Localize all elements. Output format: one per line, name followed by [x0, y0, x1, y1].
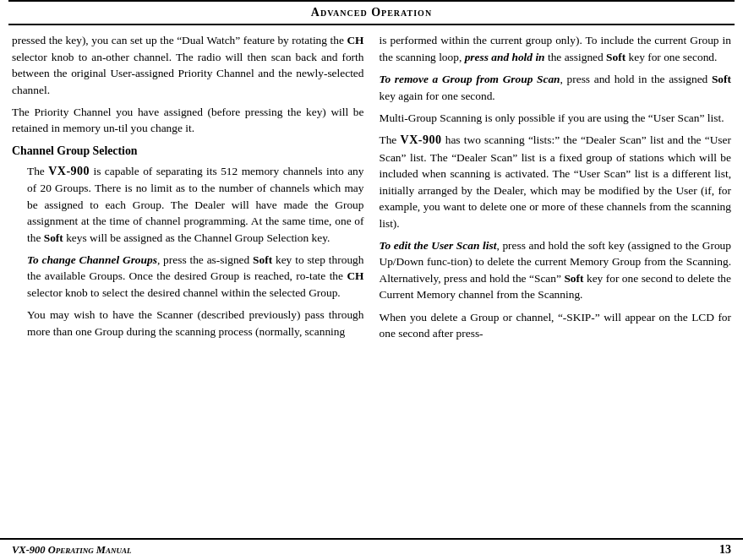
edit-user-scan-para: To edit the User Scan list, press and ho…: [380, 237, 732, 303]
footer-page-number: 13: [719, 541, 731, 558]
page-header: Advanced Operation: [8, 0, 735, 25]
when-delete-para: When you delete a Group or channel, “-SK…: [380, 309, 732, 342]
left-column: pressed the key), you can set up the “Du…: [12, 32, 364, 541]
left-para2: The Priority Channel you have assigned (…: [12, 104, 364, 137]
header-title: Advanced Operation: [311, 6, 432, 19]
page: Advanced Operation pressed the key), you…: [0, 0, 743, 560]
section-para1: The VX-900 is capable of separating its …: [12, 163, 364, 246]
right-para1: is performed within the current group on…: [380, 32, 732, 65]
vx900-scan-lists-para: The VX-900 has two scanning “lists:” the…: [380, 132, 732, 231]
main-content: pressed the key), you can set up the “Du…: [0, 32, 743, 541]
footer-left: VX-900 Operating Manual: [12, 542, 132, 557]
page-footer: VX-900 Operating Manual 13: [0, 538, 743, 560]
right-column: is performed within the current group on…: [380, 32, 732, 541]
multi-group-para: Multi-Group Scanning is only possible if…: [380, 110, 732, 126]
left-para1: pressed the key), you can set up the “Du…: [12, 32, 364, 98]
remove-group-para: To remove a Group from Group Scan, press…: [380, 71, 732, 104]
channel-group-selection-heading: Channel Group Selection: [12, 143, 364, 160]
change-groups-para: To change Channel Groups, press the as-s…: [12, 252, 364, 301]
scanner-para: You may wish to have the Scanner (descri…: [12, 307, 364, 340]
